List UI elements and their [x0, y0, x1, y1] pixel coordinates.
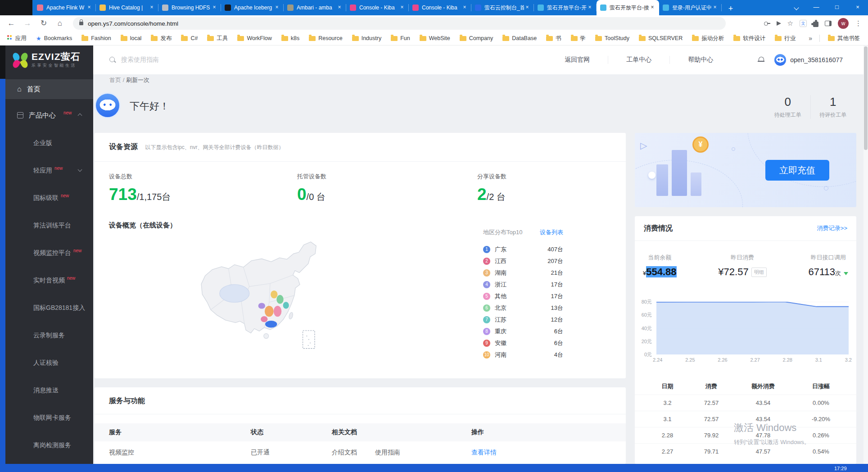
bookmark-item[interactable]: Industry [352, 35, 381, 41]
new-tab-button[interactable]: + [724, 3, 737, 15]
consumption-records-link[interactable]: 消费记录>> [817, 224, 847, 232]
sidebar-item-product-center[interactable]: 产品中心 new [5, 106, 93, 124]
translate-icon[interactable]: 文 [800, 20, 807, 27]
sidebar-item[interactable]: 国标GB28181接入 [5, 303, 93, 313]
china-map[interactable] [196, 236, 344, 366]
tab-close-icon[interactable] [712, 5, 718, 11]
chevron-up-icon[interactable] [78, 113, 82, 117]
region-row[interactable]: 10 河南 4台 [483, 349, 563, 361]
menu-icon[interactable]: ⋮ [855, 19, 862, 27]
bookmark-item[interactable]: 书 [546, 35, 561, 42]
region-row[interactable]: 9 安徽 6台 [483, 337, 563, 349]
sidebar-item[interactable]: 企业版 [5, 138, 93, 148]
sidebar-item[interactable]: 人证核验 [5, 358, 93, 368]
maximize-button[interactable]: □ [827, 0, 847, 15]
sidebar-item[interactable]: 轻应用 new [5, 166, 93, 176]
recharge-button[interactable]: 立即充值 [765, 160, 829, 181]
bookmark-item[interactable]: local [121, 35, 142, 41]
region-row[interactable]: 6 北京 13台 [483, 302, 563, 314]
bookmark-item[interactable]: 行业 [775, 35, 796, 42]
reload-icon[interactable]: ↻ [37, 17, 50, 30]
sidebar-item[interactable]: 实时音视频 new [5, 276, 93, 286]
back-icon[interactable]: ← [5, 17, 18, 30]
bookmark-item[interactable]: Fun [391, 35, 410, 41]
close-button[interactable]: × [847, 0, 868, 15]
password-key-icon[interactable] [764, 20, 770, 27]
scrollbar-thumb[interactable] [864, 46, 868, 150]
device-list-link[interactable]: 设备列表 [540, 228, 563, 236]
browser-tab[interactable]: 登录-用户认证中 [659, 0, 722, 15]
tab-close-icon[interactable] [336, 5, 343, 11]
bookmark-item[interactable]: SQLSERVER [639, 35, 683, 41]
region-row[interactable]: 3 湖南 21台 [483, 267, 563, 279]
extensions-icon[interactable] [813, 22, 818, 27]
account-avatar[interactable] [774, 54, 786, 66]
doc-guide-link[interactable]: 使用指南 [375, 449, 400, 456]
bookmark-item[interactable]: 发布 [151, 35, 172, 42]
trend-down-icon[interactable] [844, 272, 848, 275]
balance-value[interactable]: 554.88 [646, 266, 676, 277]
tab-close-icon[interactable] [587, 5, 593, 11]
link-help-center[interactable]: 帮助中心 [669, 56, 731, 64]
side-panel-icon[interactable] [825, 21, 832, 26]
browser-tab[interactable]: 萤石开放平台-接 [597, 0, 659, 15]
workorder-stat[interactable]: 0 待处理工单 [765, 95, 810, 119]
tab-close-icon[interactable] [274, 5, 280, 11]
browser-tab[interactable]: Console - Kiba [409, 0, 471, 15]
tab-close-icon[interactable] [399, 5, 405, 11]
tab-close-icon[interactable] [461, 5, 468, 11]
sidebar-item[interactable]: 算法训练平台 [5, 221, 93, 231]
table-row[interactable]: 2.27 79.71 47.57 0.54% [635, 443, 856, 459]
tab-close-icon[interactable] [86, 5, 92, 11]
page-scrollbar[interactable] [863, 45, 868, 464]
tab-close-icon[interactable] [149, 5, 155, 11]
workorder-stat[interactable]: 1 待评价工单 [810, 95, 856, 119]
bookmark-item[interactable]: WebSite [420, 35, 450, 41]
bookmark-item[interactable]: 工具 [207, 35, 228, 42]
table-row[interactable]: 2.28 79.92 47.78 0.26% [635, 427, 856, 443]
bookmarks-overflow-icon[interactable]: » [809, 35, 812, 42]
browser-tab[interactable]: 萤石开放平台-开 [534, 0, 597, 15]
sidebar-item[interactable]: 云录制服务 [5, 331, 93, 340]
bookmark-item[interactable]: ToolStudy [595, 35, 629, 41]
region-row[interactable]: 2 江西 207台 [483, 255, 563, 267]
browser-tab[interactable]: Console - Kiba [346, 0, 409, 15]
sidebar-item[interactable]: 视频监控平台 new [5, 248, 93, 258]
region-row[interactable]: 4 浙江 17台 [483, 279, 563, 290]
address-bar[interactable]: open.ys7.com/console/home.html [73, 17, 726, 30]
breadcrumb-home[interactable]: 首页 [109, 77, 121, 83]
browser-tab[interactable]: 萤石云控制台_首 [471, 0, 534, 15]
table-row[interactable]: 3.2 72.57 43.54 0.00% [635, 395, 856, 411]
region-row[interactable]: 1 广东 407台 [483, 244, 563, 255]
notification-bell-icon[interactable] [758, 57, 764, 63]
browser-tab[interactable]: Apache Flink W [33, 0, 96, 15]
view-details-link[interactable]: 查看详情 [471, 449, 611, 457]
tab-close-icon[interactable] [649, 5, 656, 11]
share-icon[interactable] [777, 21, 781, 26]
lock-icon[interactable] [79, 22, 83, 25]
link-ticket-center[interactable]: 工单中心 [608, 56, 669, 64]
doc-intro-link[interactable]: 介绍文档 [332, 449, 357, 456]
bookmark-item[interactable]: DataBase [502, 35, 537, 41]
bookmark-item[interactable]: Company [460, 35, 493, 41]
tab-close-icon[interactable] [211, 5, 217, 11]
forward-icon[interactable]: → [21, 17, 34, 30]
search-icon[interactable] [109, 57, 116, 63]
profile-avatar[interactable]: w [838, 18, 849, 29]
tab-close-icon[interactable] [524, 5, 530, 11]
sidebar-item[interactable]: 物联网卡服务 [5, 413, 93, 423]
region-row[interactable]: 5 其他 17台 [483, 290, 563, 302]
sidebar-item-home[interactable]: ⌂ 首页 [5, 79, 93, 99]
sidebar-item[interactable]: 离岗检测服务 [5, 440, 93, 450]
sidebar-item[interactable]: 国标级联 new [5, 193, 93, 203]
bookmark-item[interactable]: k8s [281, 35, 299, 41]
minimize-button[interactable]: — [806, 0, 827, 15]
bookmark-item[interactable]: WorkFlow [237, 35, 271, 41]
chevron-down-icon[interactable] [78, 168, 82, 172]
browser-tab[interactable]: Browsing HDFS [158, 0, 221, 15]
bookmark-item[interactable]: C# [181, 35, 198, 41]
account-username[interactable]: open_3581616077 [790, 56, 843, 64]
browser-tab[interactable]: Ambari - amba [284, 0, 346, 15]
search-input[interactable]: 搜索使用指南 [121, 56, 159, 64]
other-bookmarks[interactable]: 其他书签 [828, 35, 860, 42]
